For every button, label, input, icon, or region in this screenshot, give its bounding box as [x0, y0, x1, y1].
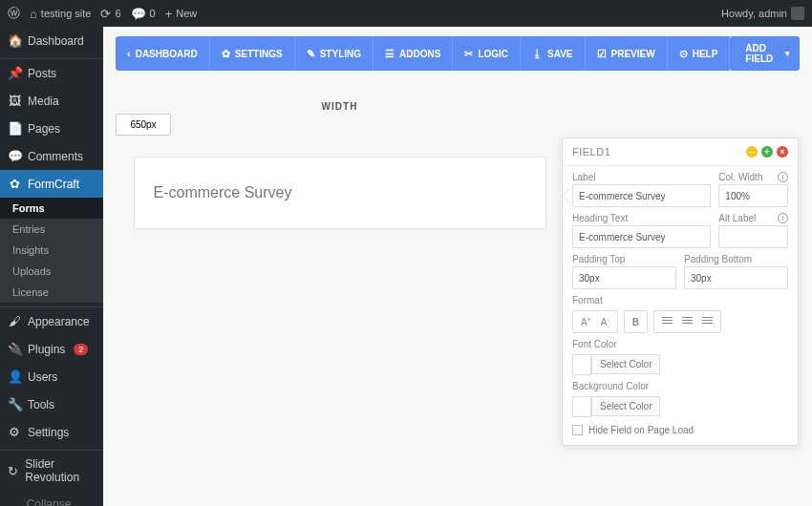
save-button[interactable]: ⭳SAVE [521, 36, 586, 71]
width-label: WIDTH [116, 101, 564, 112]
main-content: ‹DASHBOARD ✿SETTINGS ✎STYLING ☰ADDONS ✂L… [103, 27, 812, 506]
heading-text-label: Heading Text [572, 213, 628, 223]
preview-icon: ☑ [597, 48, 607, 60]
help-icon: ⊙ [679, 48, 688, 60]
users-icon: 👤 [8, 369, 21, 384]
formcraft-icon: ✿ [8, 177, 21, 191]
font-size-group: A+ A- [572, 310, 618, 333]
site-name-link[interactable]: ⌂testing site [30, 7, 91, 21]
padding-bottom-input[interactable] [684, 266, 788, 289]
hide-field-label: Hide Field on Page Load [588, 425, 694, 435]
logic-icon: ✂ [464, 48, 473, 60]
duplicate-icon[interactable]: + [761, 146, 773, 158]
add-field-button[interactable]: ADD FIELD▾ [730, 36, 800, 71]
dashboard-icon: 🏠 [8, 33, 21, 48]
pages-icon: 📄 [8, 121, 21, 136]
bold-group: B [624, 310, 648, 333]
submenu-insights[interactable]: Insights [0, 240, 103, 261]
slider-icon: ↻ [8, 464, 18, 478]
help-button[interactable]: ⊙HELP [668, 36, 731, 71]
sidebar-item-tools[interactable]: 🔧Tools [0, 390, 103, 418]
label-label: Label [572, 172, 595, 182]
alt-label-label: Alt Label [718, 213, 756, 223]
info-icon[interactable]: i [778, 172, 788, 182]
hide-field-checkbox[interactable] [572, 425, 583, 435]
media-icon: 🖼 [8, 94, 21, 108]
sidebar-item-plugins[interactable]: 🔌Plugins2 [0, 335, 103, 363]
posts-icon: 📌 [8, 66, 21, 80]
bg-color-swatch[interactable] [572, 396, 591, 417]
new-content-link[interactable]: +New [165, 7, 198, 21]
plugins-badge: 2 [74, 344, 88, 355]
sidebar-collapse[interactable]: ◀Collapse menu [0, 491, 103, 506]
settings-button[interactable]: ✿SETTINGS [210, 36, 295, 71]
pencil-icon: ✎ [307, 48, 315, 60]
sidebar-item-media[interactable]: 🖼Media [0, 87, 103, 115]
align-center-button[interactable] [680, 316, 694, 328]
form-heading[interactable]: E-commerce Survey [135, 158, 545, 228]
format-label: Format [572, 295, 603, 306]
logic-button[interactable]: ✂LOGIC [453, 36, 521, 71]
submenu-license[interactable]: License [0, 282, 103, 303]
save-icon: ⭳ [532, 48, 543, 59]
comments-count: 0 [150, 8, 156, 19]
sidebar-item-appearance[interactable]: 🖌Appearance [0, 307, 103, 335]
appearance-icon: 🖌 [8, 314, 21, 328]
updates-link[interactable]: ⟳6 [100, 7, 120, 21]
tools-icon: 🔧 [8, 397, 21, 411]
styling-button[interactable]: ✎STYLING [295, 36, 374, 71]
alt-label-input[interactable] [718, 225, 788, 248]
heading-text-input[interactable] [572, 225, 711, 248]
bg-color-button[interactable]: Select Color [591, 396, 660, 416]
width-input[interactable] [116, 114, 171, 136]
sidebar-item-pages[interactable]: 📄Pages [0, 115, 103, 142]
submenu-entries[interactable]: Entries [0, 219, 103, 240]
close-icon[interactable]: × [777, 146, 788, 158]
settings-icon: ⚙ [8, 425, 21, 439]
align-center-icon [682, 317, 693, 326]
col-width-label: Col. Width [718, 172, 762, 182]
submenu-uploads[interactable]: Uploads [0, 261, 103, 282]
col-width-input[interactable] [718, 184, 788, 207]
avatar [791, 7, 804, 20]
formcraft-submenu: Forms Entries Insights Uploads License [0, 198, 103, 303]
align-left-button[interactable] [660, 316, 674, 328]
bold-button[interactable]: B [630, 316, 641, 328]
comments-icon: 💬 [8, 149, 21, 163]
font-decrease-button[interactable]: A- [599, 315, 611, 328]
label-input[interactable] [572, 184, 711, 207]
comments-link[interactable]: 💬0 [131, 7, 156, 21]
gear-icon: ✿ [222, 48, 230, 60]
sidebar-item-posts[interactable]: 📌Posts [0, 59, 103, 87]
wp-logo[interactable]: ⓦ [8, 5, 20, 22]
preview-button[interactable]: ☑PREVIEW [586, 36, 668, 71]
info-icon[interactable]: i [778, 213, 788, 223]
padding-bottom-label: Padding Bottom [684, 254, 752, 264]
bg-color-label: Background Color [572, 381, 649, 391]
font-color-label: Font Color [572, 339, 617, 349]
sidebar-item-users[interactable]: 👤Users [0, 363, 103, 390]
sidebar-item-slider-revolution[interactable]: ↻Slider Revolution [0, 451, 103, 491]
addons-button[interactable]: ☰ADDONS [374, 36, 453, 71]
new-label: New [176, 8, 197, 19]
form-preview[interactable]: E-commerce Survey [134, 157, 546, 229]
sidebar-item-formcraft[interactable]: ✿FormCraft [0, 170, 103, 198]
howdy-link[interactable]: Howdy, admin [721, 7, 804, 20]
padding-top-label: Padding Top [572, 254, 625, 264]
font-increase-button[interactable]: A+ [579, 315, 593, 328]
chevron-down-icon: ▾ [785, 49, 790, 58]
site-name: testing site [41, 8, 92, 19]
font-color-swatch[interactable] [572, 354, 591, 375]
sidebar-item-comments[interactable]: 💬Comments [0, 142, 103, 170]
align-right-button[interactable] [700, 316, 715, 328]
font-color-button[interactable]: Select Color [591, 354, 660, 374]
padding-top-input[interactable] [572, 266, 676, 289]
back-icon: ‹ [127, 48, 131, 59]
sidebar-item-settings[interactable]: ⚙Settings [0, 418, 103, 446]
submenu-forms[interactable]: Forms [0, 198, 103, 219]
minimize-icon[interactable]: – [746, 146, 758, 158]
admin-sidebar: 🏠Dashboard 📌Posts 🖼Media 📄Pages 💬Comment… [0, 27, 103, 506]
dashboard-button[interactable]: ‹DASHBOARD [116, 36, 210, 71]
align-group [653, 310, 721, 333]
sidebar-item-dashboard[interactable]: 🏠Dashboard [0, 27, 103, 54]
